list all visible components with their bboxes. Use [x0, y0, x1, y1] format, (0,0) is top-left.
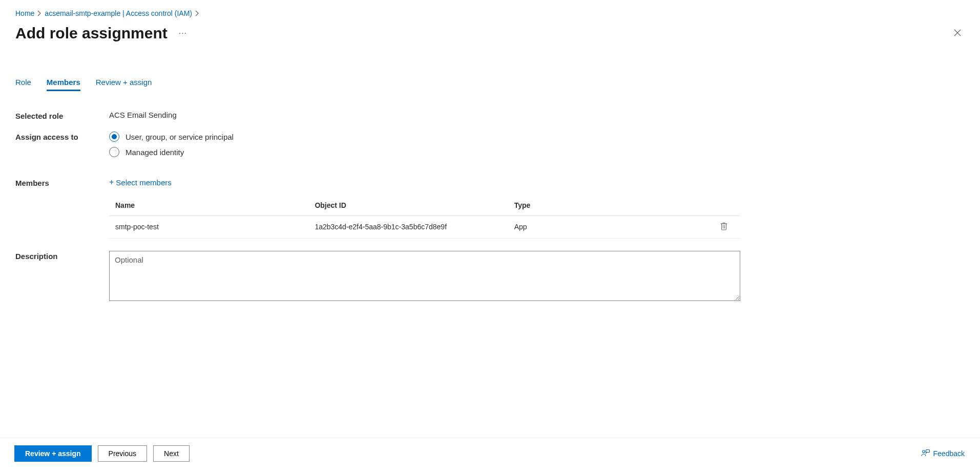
- table-row: smtp-poc-test 1a2b3c4d-e2f4-5aa8-9b1c-3a…: [109, 216, 740, 238]
- col-header-delete: [707, 196, 740, 216]
- breadcrumb-home[interactable]: Home: [15, 9, 34, 17]
- label-description: Description: [15, 251, 109, 261]
- value-selected-role: ACS Email Sending: [109, 111, 965, 119]
- title-row: Add role assignment ···: [15, 25, 965, 42]
- radio-label: User, group, or service principal: [126, 133, 234, 141]
- radio-user-group-principal[interactable]: User, group, or service principal: [109, 132, 965, 142]
- row-description: Description: [15, 251, 965, 303]
- radio-label: Managed identity: [126, 148, 184, 157]
- tab-members[interactable]: Members: [47, 78, 80, 91]
- trash-icon[interactable]: [720, 224, 727, 232]
- label-members: Members: [15, 178, 109, 187]
- plus-icon: +: [109, 178, 114, 186]
- feedback-link[interactable]: Feedback: [921, 449, 965, 459]
- chevron-right-icon: [195, 10, 199, 16]
- cell-type: App: [508, 216, 707, 238]
- radio-managed-identity[interactable]: Managed identity: [109, 147, 965, 157]
- select-members-button[interactable]: + Select members: [109, 178, 172, 187]
- next-button[interactable]: Next: [153, 445, 190, 462]
- label-assign-access: Assign access to: [15, 132, 109, 141]
- select-members-label: Select members: [116, 178, 171, 187]
- svg-rect-1: [926, 449, 929, 452]
- cell-name: smtp-poc-test: [109, 216, 308, 238]
- chevron-right-icon: [37, 10, 41, 16]
- more-actions-icon[interactable]: ···: [177, 27, 189, 40]
- breadcrumb-iam[interactable]: acsemail-smtp-example | Access control (…: [45, 9, 192, 17]
- radio-icon: [109, 132, 119, 142]
- person-feedback-icon: [921, 449, 930, 459]
- row-assign-access: Assign access to User, group, or service…: [15, 132, 965, 162]
- radio-icon: [109, 147, 119, 157]
- svg-point-0: [922, 450, 925, 453]
- col-header-name[interactable]: Name: [109, 196, 308, 216]
- label-selected-role: Selected role: [15, 111, 109, 120]
- description-input[interactable]: [109, 251, 740, 301]
- row-members: Members + Select members Name Object ID …: [15, 178, 965, 239]
- close-icon[interactable]: [950, 26, 965, 41]
- review-assign-button[interactable]: Review + assign: [14, 445, 92, 462]
- members-table: Name Object ID Type smtp-poc-test 1a2b3c…: [109, 196, 740, 239]
- footer-bar: Review + assign Previous Next Feedback: [0, 438, 980, 468]
- page-title: Add role assignment: [15, 25, 168, 42]
- tab-role[interactable]: Role: [15, 78, 31, 91]
- previous-button[interactable]: Previous: [98, 445, 147, 462]
- row-selected-role: Selected role ACS Email Sending: [15, 111, 965, 120]
- tab-review-assign[interactable]: Review + assign: [96, 78, 152, 91]
- tabs: Role Members Review + assign: [15, 78, 965, 91]
- cell-object-id: 1a2b3c4d-e2f4-5aa8-9b1c-3a5b6c7d8e9f: [308, 216, 508, 238]
- feedback-label: Feedback: [933, 449, 965, 458]
- col-header-object-id[interactable]: Object ID: [308, 196, 508, 216]
- col-header-type[interactable]: Type: [508, 196, 707, 216]
- breadcrumb: Home acsemail-smtp-example | Access cont…: [15, 9, 965, 17]
